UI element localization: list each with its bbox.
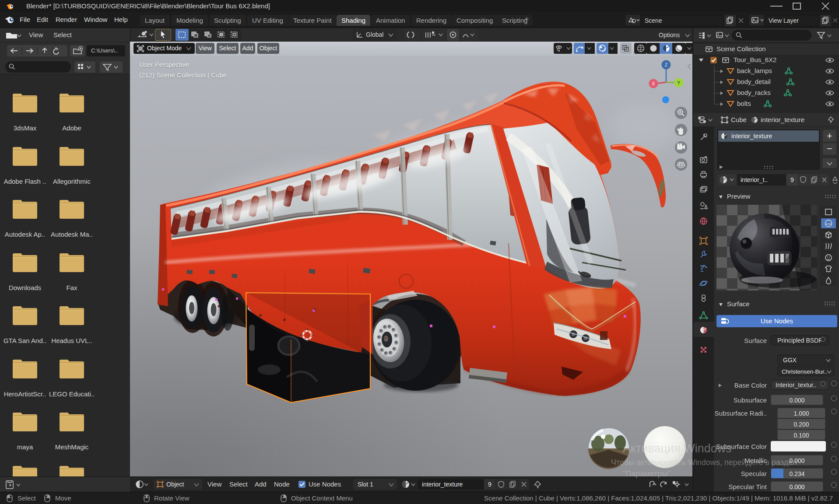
- svg-text:Z: Z: [665, 62, 668, 67]
- svg-text:Y: Y: [677, 80, 681, 85]
- svg-text:X: X: [652, 81, 655, 86]
